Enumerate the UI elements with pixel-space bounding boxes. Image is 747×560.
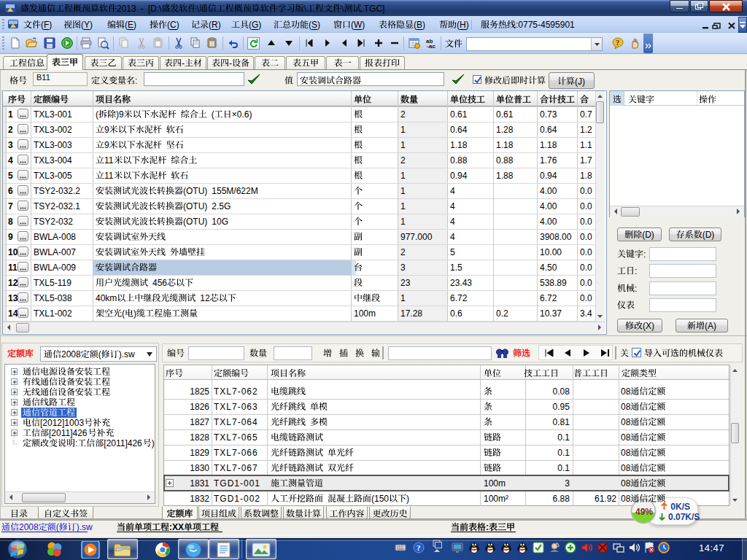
svg-text:?: ?	[417, 543, 421, 552]
svg-text:ac: ac	[429, 43, 436, 50]
svg-text:?: ?	[616, 39, 619, 47]
